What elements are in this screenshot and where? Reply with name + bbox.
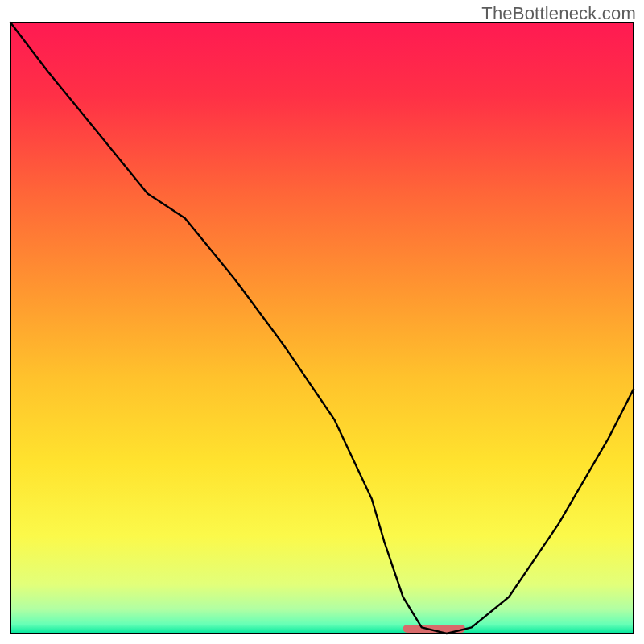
bottleneck-chart — [0, 0, 644, 644]
chart-background-gradient — [10, 23, 634, 634]
watermark-text: TheBottleneck.com — [481, 3, 636, 24]
chart-container: TheBottleneck.com — [0, 0, 644, 644]
